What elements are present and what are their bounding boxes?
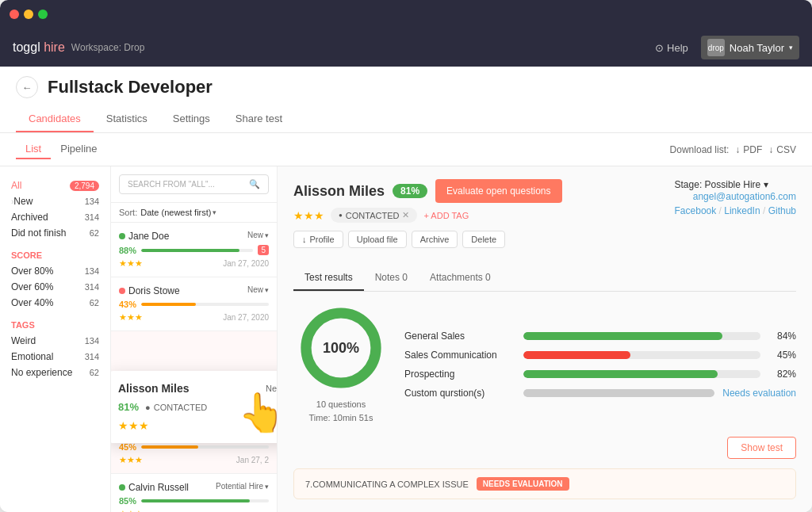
show-test-row: Show test: [293, 437, 796, 459]
detail-candidate-name: Alisson Miles: [293, 183, 385, 200]
show-test-button[interactable]: Show test: [727, 437, 796, 459]
score-rows: General Sales 84% Sales Communication 45…: [404, 304, 796, 424]
app-logo: toggl hire: [13, 40, 65, 55]
candidate-item-selected[interactable]: Alisson Miles New ▾ 81% ● CONTACTED: [111, 331, 277, 474]
detail-actions: ↓ Profile Upload file Archive Delete: [293, 231, 562, 248]
download-csv-button[interactable]: ↓ CSV: [768, 144, 796, 155]
user-menu[interactable]: drop Noah Taylor ▾: [701, 36, 799, 59]
question-bar: 7.COMMUNICATING A COMPLEX ISSUE NEEDS EV…: [293, 468, 796, 499]
help-button[interactable]: ⊙ Help: [655, 42, 688, 54]
tab-test-results[interactable]: Test results: [293, 266, 364, 291]
needs-evaluation-badge: NEEDS EVALUATION: [477, 477, 569, 491]
donut-info: 10 questions Time: 10min 51s: [309, 398, 373, 424]
score-percent: 88%: [119, 246, 136, 255]
upload-file-button[interactable]: Upload file: [348, 231, 407, 248]
download-section: Download list: ↓ PDF ↓ CSV: [670, 144, 796, 155]
download-csv-icon: ↓: [768, 144, 773, 155]
score-bar-sales-comm: [523, 351, 760, 359]
back-button[interactable]: ←: [16, 76, 38, 98]
filter-new[interactable]: › New 134: [11, 193, 99, 209]
score-row-general-sales: General Sales 84%: [404, 331, 796, 342]
filter-tag-emotional[interactable]: Emotional 314: [11, 349, 99, 365]
candidate-list: SEARCH FROM "ALL"... 🔍 Sort: Date (newes…: [111, 166, 278, 512]
filter-over-60[interactable]: Over 60% 314: [11, 279, 99, 295]
star-rating: ★★★: [119, 455, 143, 465]
main-content: All 2,794 › New 134 Archived 314 Did not…: [0, 166, 812, 512]
tab-statistics[interactable]: Statistics: [94, 106, 160, 132]
candidate-date: Jan 27, 2020: [223, 313, 269, 322]
score-bar-fill: [141, 445, 198, 449]
tooltip-name: Alisson Miles: [118, 382, 189, 395]
star-rating: ★★★: [119, 258, 143, 269]
detail-panel: Alisson Miles 81% Evaluate open question…: [278, 166, 812, 512]
workspace-label: Workspace: Drop: [71, 42, 145, 53]
tag-remove-icon[interactable]: ✕: [402, 210, 409, 220]
candidate-name: Doris Stowe: [128, 285, 180, 296]
email-link[interactable]: angel@autogation6.com: [693, 191, 796, 202]
evaluate-button[interactable]: Evaluate open questions: [435, 179, 561, 203]
nav-right: ⊙ Help drop Noah Taylor ▾: [655, 36, 799, 59]
filter-over-40[interactable]: Over 40% 62: [11, 295, 99, 311]
download-pdf-icon: ↓: [735, 144, 740, 155]
score-percent: 85%: [119, 496, 136, 506]
cursor-hand-icon: 👆: [238, 391, 277, 435]
tab-candidates[interactable]: Candidates: [16, 106, 94, 132]
filter-over-80[interactable]: Over 80% 134: [11, 263, 99, 279]
tab-notes[interactable]: Notes 0: [364, 266, 419, 291]
candidate-name: Jane Doe: [128, 231, 169, 242]
tab-share-test[interactable]: Share test: [223, 106, 295, 132]
facebook-link[interactable]: Facebook: [675, 205, 717, 216]
score-row-prospecting: Prospecting 82%: [404, 369, 796, 380]
download-icon: ↓: [302, 235, 307, 244]
filter-archived[interactable]: Archived 314: [11, 209, 99, 225]
score-bar-fill: [141, 249, 239, 252]
score-bar-fill: [141, 303, 196, 306]
window-controls: [10, 10, 48, 19]
candidate-date: Jan 27, 2: [236, 456, 269, 464]
score-bar-fill: [141, 499, 250, 502]
donut-visual: 100%: [297, 304, 385, 392]
tab-settings[interactable]: Settings: [160, 106, 223, 132]
candidate-item[interactable]: Doris Stowe New ▾ 43% ★★: [111, 277, 277, 331]
tab-attachments[interactable]: Attachments 0: [419, 266, 502, 291]
help-circle-icon: ⊙: [655, 42, 664, 54]
status-dot: [119, 233, 125, 239]
delete-button[interactable]: Delete: [462, 231, 505, 248]
sub-header: List Pipeline Download list: ↓ PDF ↓ CSV: [0, 133, 812, 166]
title-row: ← Fullstack Developer: [16, 76, 796, 98]
score-row-sales-comm: Sales Communication 45%: [404, 350, 796, 361]
filter-all[interactable]: All 2,794: [11, 178, 99, 193]
candidate-date: Jan 27, 2020: [223, 259, 269, 268]
add-tag-button[interactable]: + ADD TAG: [423, 211, 469, 220]
contact-links: Facebook / LinkedIn / Github: [675, 205, 796, 216]
score-bar: [141, 445, 269, 449]
score-bar-custom: [523, 389, 714, 397]
tags-filter-label: TAGS: [11, 320, 99, 330]
linkedin-link[interactable]: LinkedIn: [724, 205, 760, 216]
top-navigation: toggl hire Workspace: Drop ⊙ Help drop N…: [0, 29, 812, 67]
status-dot: [119, 288, 125, 294]
search-input[interactable]: SEARCH FROM "ALL"... 🔍: [119, 174, 269, 194]
filter-tag-no-experience[interactable]: No experience 62: [11, 365, 99, 380]
star-rating: ★★★: [119, 312, 143, 323]
filter-group-all: All 2,794 › New 134 Archived 314 Did not…: [11, 178, 99, 241]
candidate-item[interactable]: Calvin Russell Potential Hire ▾ 85%: [111, 474, 277, 512]
view-tab-list[interactable]: List: [16, 139, 51, 159]
archive-button[interactable]: Archive: [412, 231, 458, 248]
score-bar: [141, 303, 269, 306]
github-link[interactable]: Github: [768, 205, 796, 216]
filter-did-not-finish[interactable]: Did not finish 62: [11, 225, 99, 241]
stage-dropdown[interactable]: Stage: Possible Hire ▾: [675, 179, 796, 190]
candidate-item[interactable]: Jane Doe New ▾ 88% 5: [111, 223, 277, 277]
candidate-items: Jane Doe New ▾ 88% 5: [111, 223, 277, 512]
score-bar: [141, 499, 269, 502]
detail-tabs: Test results Notes 0 Attachments 0: [293, 266, 796, 292]
download-label: Download list:: [670, 144, 730, 155]
profile-button[interactable]: ↓ Profile: [293, 231, 343, 248]
view-tab-pipeline[interactable]: Pipeline: [51, 139, 106, 159]
download-pdf-button[interactable]: ↓ PDF: [735, 144, 762, 155]
score-section: 100% 10 questions Time: 10min 51s Genera…: [293, 304, 796, 424]
question-label: 7.COMMUNICATING A COMPLEX ISSUE: [305, 480, 469, 489]
filter-tag-weird[interactable]: Weird 134: [11, 333, 99, 349]
score-filter-label: SCORE: [11, 250, 99, 260]
